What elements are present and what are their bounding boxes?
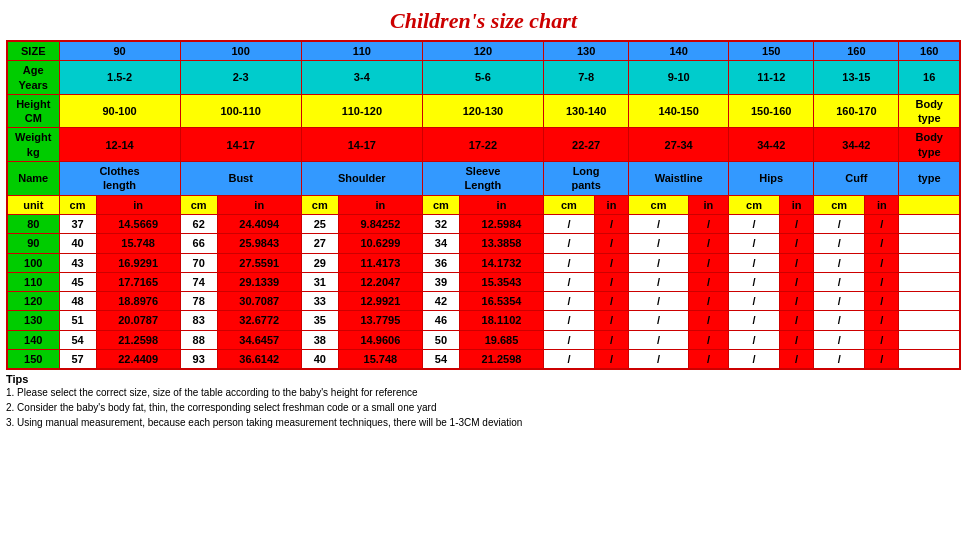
val-7: 12.5984: [460, 214, 544, 233]
weight-160a: 34-42: [814, 128, 899, 162]
val-blank: [899, 234, 960, 253]
val-10: /: [629, 311, 689, 330]
table-row: 150 57 22.4409 93 36.6142 40 15.748 54 2…: [7, 350, 960, 370]
height-160a: 160-170: [814, 94, 899, 128]
unit-in-2: in: [217, 195, 301, 214]
size-cell: 100: [7, 253, 59, 272]
val-0: 45: [59, 272, 96, 291]
val-blank: [899, 214, 960, 233]
val-11: /: [688, 272, 728, 291]
val-10: /: [629, 350, 689, 370]
val-11: /: [688, 330, 728, 349]
weight-label: Weightkg: [7, 128, 59, 162]
val-8: /: [544, 330, 595, 349]
unit-cm-4: cm: [422, 195, 459, 214]
val-14: /: [814, 311, 865, 330]
val-8: /: [544, 253, 595, 272]
page-title: Children's size chart: [6, 4, 961, 40]
val-12: /: [729, 253, 780, 272]
val-4: 31: [301, 272, 338, 291]
weight-110: 14-17: [301, 128, 422, 162]
val-7: 13.3858: [460, 234, 544, 253]
val-13: /: [779, 272, 813, 291]
val-14: /: [814, 214, 865, 233]
val-13: /: [779, 214, 813, 233]
val-3: 27.5591: [217, 253, 301, 272]
size-cell: 110: [7, 272, 59, 291]
val-14: /: [814, 330, 865, 349]
size-90: 90: [59, 41, 180, 61]
val-1: 14.5669: [96, 214, 180, 233]
val-11: /: [688, 311, 728, 330]
val-2: 62: [180, 214, 217, 233]
table-row: 90 40 15.748 66 25.9843 27 10.6299 34 13…: [7, 234, 960, 253]
val-4: 27: [301, 234, 338, 253]
val-2: 70: [180, 253, 217, 272]
col-type: type: [899, 162, 960, 196]
val-14: /: [814, 234, 865, 253]
val-12: /: [729, 292, 780, 311]
tips-line-1: 1. Please select the correct size, size …: [6, 385, 961, 400]
height-110: 110-120: [301, 94, 422, 128]
val-11: /: [688, 292, 728, 311]
height-130: 130-140: [544, 94, 629, 128]
val-9: /: [594, 272, 628, 291]
val-7: 15.3543: [460, 272, 544, 291]
val-14: /: [814, 272, 865, 291]
val-blank: [899, 350, 960, 370]
val-15: /: [865, 253, 899, 272]
table-row: 120 48 18.8976 78 30.7087 33 12.9921 42 …: [7, 292, 960, 311]
table-row: 80 37 14.5669 62 24.4094 25 9.84252 32 1…: [7, 214, 960, 233]
val-11: /: [688, 253, 728, 272]
tips-line-2: 2. Consider the baby's body fat, thin, t…: [6, 400, 961, 415]
val-10: /: [629, 214, 689, 233]
val-11: /: [688, 214, 728, 233]
table-row: 130 51 20.0787 83 32.6772 35 13.7795 46 …: [7, 311, 960, 330]
size-110: 110: [301, 41, 422, 61]
val-8: /: [544, 350, 595, 370]
val-5: 13.7795: [338, 311, 422, 330]
table-row: 100 43 16.9291 70 27.5591 29 11.4173 36 …: [7, 253, 960, 272]
val-4: 33: [301, 292, 338, 311]
size-cell: 130: [7, 311, 59, 330]
val-10: /: [629, 253, 689, 272]
val-3: 25.9843: [217, 234, 301, 253]
val-6: 34: [422, 234, 459, 253]
val-3: 36.6142: [217, 350, 301, 370]
val-15: /: [865, 272, 899, 291]
val-6: 32: [422, 214, 459, 233]
val-blank: [899, 330, 960, 349]
val-14: /: [814, 253, 865, 272]
val-blank: [899, 272, 960, 291]
weight-150: 34-42: [729, 128, 814, 162]
age-110: 3-4: [301, 61, 422, 95]
val-0: 51: [59, 311, 96, 330]
size-cell: 80: [7, 214, 59, 233]
val-12: /: [729, 234, 780, 253]
val-8: /: [544, 292, 595, 311]
unit-in-6: in: [688, 195, 728, 214]
age-140: 9-10: [629, 61, 729, 95]
val-7: 14.1732: [460, 253, 544, 272]
size-cell: 140: [7, 330, 59, 349]
val-4: 38: [301, 330, 338, 349]
val-6: 50: [422, 330, 459, 349]
size-100: 100: [180, 41, 301, 61]
weight-130: 22-27: [544, 128, 629, 162]
size-130: 130: [544, 41, 629, 61]
size-label-cell: SIZE: [7, 41, 59, 61]
age-160b: 16: [899, 61, 960, 95]
weight-100: 14-17: [180, 128, 301, 162]
age-90: 1.5-2: [59, 61, 180, 95]
val-2: 93: [180, 350, 217, 370]
val-2: 88: [180, 330, 217, 349]
col-long-pants: Longpants: [544, 162, 629, 196]
tips-line-3: 3. Using manual measurement, because eac…: [6, 415, 961, 430]
val-15: /: [865, 292, 899, 311]
height-label: HeightCM: [7, 94, 59, 128]
size-120: 120: [422, 41, 543, 61]
val-15: /: [865, 214, 899, 233]
unit-label: unit: [7, 195, 59, 214]
val-10: /: [629, 272, 689, 291]
col-cuff: Cuff: [814, 162, 899, 196]
